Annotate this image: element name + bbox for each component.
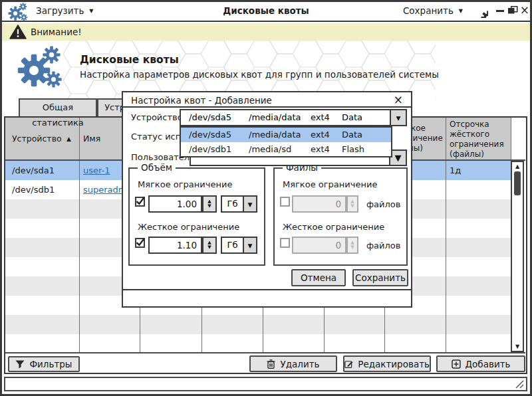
device-dropdown-list: /dev/sda5 /media/data ext4 Data /dev/sdb… [180,126,392,157]
soft-limit-label: Мягкое ограничение [138,179,232,189]
item-device: /dev/sdb1 [189,142,231,157]
settings-gear-icon[interactable] [473,3,488,18]
item-fs: ext4 [311,128,330,142]
edit-label: Редактировать [358,359,430,369]
cell-device: /dev/sdb1 [12,180,55,199]
soft-limit-files-value [293,197,345,211]
chevron-down-icon: ▼ [248,201,253,208]
filters-button[interactable]: Фильтры [8,356,80,372]
save-label: Сохранить [355,272,406,283]
minimize-icon[interactable] [496,10,504,12]
page-title: Дисковые квоты [80,54,179,66]
hard-limit-checkbox[interactable] [135,238,145,248]
cell-name-link[interactable]: user-1 [83,161,110,180]
column-header-name[interactable]: Имя [83,134,100,144]
dropdown-item[interactable]: /dev/sdb1 /media/sd ext4 Flash [181,142,391,157]
quota-settings-dialog: Настройка квот - Добавление × Устройство… [122,91,412,308]
close-icon[interactable]: × [394,94,403,106]
delete-button[interactable]: Удалить [249,355,337,372]
filter-icon [15,360,25,369]
warning-text: Внимание! [31,27,82,37]
scrollbar-thumb[interactable] [514,171,521,195]
volume-group: Объём Мягкое ограничение ▲ ▼ Гб ▼ Жестко… [128,167,265,266]
column-header-delay-files[interactable]: Отсрочка жёсткого ограничения (файлы) [450,120,508,159]
cancel-button[interactable]: Отмена [291,269,346,286]
soft-unit-combo-arrow[interactable]: ▼ [243,195,257,213]
item-mount: /media/sd [249,142,291,157]
soft-limit-files-spin-buttons: ▲ ▼ [346,195,358,213]
soft-limit-files-spinner[interactable] [292,195,346,213]
scroll-down-icon[interactable]: ▼ [512,344,523,349]
hard-unit-combobox[interactable]: Гб [221,237,244,254]
app-window: Загрузить ▼ Дисковые квоты Сохранить ▼ ×… [0,0,532,396]
hard-limit-value[interactable] [150,238,201,252]
device-label: Устройство: [131,112,186,122]
add-plus-icon [452,359,461,369]
combo-mount: /media/data [249,112,301,122]
files-suffix: файлов [366,199,400,209]
item-device: /dev/sda5 [189,128,231,142]
checkmark-icon [136,238,145,247]
close-icon[interactable]: × [520,3,529,17]
warning-triangle-icon [9,25,27,39]
checkmark-icon [136,197,145,205]
add-button[interactable]: Добавить [436,355,525,372]
soft-limit-files-checkbox[interactable] [280,197,290,207]
save-menu-button[interactable]: Сохранить ▼ [403,5,463,16]
column-header-device[interactable]: Устройство [12,134,62,144]
combo-fs: ext4 [311,112,330,122]
dialog-footer-divider [123,289,411,290]
item-label: Flash [342,142,364,157]
cancel-label: Отмена [301,272,336,283]
dialog-title: Настройка квот - Добавление [131,95,272,106]
save-button[interactable]: Сохранить [352,269,408,286]
dropdown-item-selected[interactable]: /dev/sda5 /media/data ext4 Data [181,128,391,142]
hard-unit-combo-arrow[interactable]: ▼ [243,237,257,254]
edit-pencil-icon [344,359,353,369]
combo-volume-label: Data [342,112,362,122]
maximize-icon[interactable] [508,6,518,15]
filters-label: Фильтры [29,359,72,369]
device-combo-arrow[interactable]: ▼ [390,109,407,126]
sort-asc-icon[interactable]: ▲ [66,134,71,144]
hard-limit-files-label: Жесткое ограничение [283,222,384,232]
vertical-scrollbar[interactable]: ▲ ▼ [511,161,524,352]
soft-limit-value[interactable] [150,197,201,211]
column-divider [79,118,80,352]
soft-limit-spin-buttons[interactable]: ▲ ▼ [202,195,217,213]
item-mount: /media/data [249,128,301,142]
hard-limit-files-spin-buttons: ▲ ▼ [346,237,358,254]
cell-device: /dev/sda1 [12,161,55,180]
spin-down-icon: ▼ [350,245,354,250]
device-combobox[interactable]: /dev/sda5 /media/data ext4 Data [180,109,391,126]
edit-button[interactable]: Редактировать [343,355,431,372]
dialog-title-divider [123,106,411,108]
hard-limit-files-value [293,238,345,252]
resize-grip[interactable] [515,380,524,389]
chevron-down-icon: ▼ [248,243,253,249]
chevron-down-icon: ▼ [395,153,402,163]
warning-banner: Внимание! [0,23,532,41]
soft-unit-combobox[interactable]: Гб [221,195,244,213]
cell-delay-files: 1д [450,161,461,180]
tab-general-statistics[interactable]: Общая статистика [19,98,97,116]
gears-illustration-icon [17,46,63,88]
hard-limit-files-spinner[interactable] [292,237,346,254]
spin-down-icon: ▼ [350,204,354,209]
titlebar: Загрузить ▼ Дисковые квоты Сохранить ▼ × [0,0,532,22]
item-label: Data [342,128,362,142]
save-label: Сохранить [403,5,454,16]
hard-limit-spinner[interactable] [148,237,202,254]
scroll-up-icon[interactable]: ▲ [512,163,523,169]
grid-bottom-divider [5,352,525,353]
spin-down-icon: ▼ [207,245,211,250]
hard-limit-spin-buttons[interactable]: ▲ ▼ [202,237,217,254]
soft-limit-spinner[interactable] [148,195,202,213]
delete-label: Удалить [280,359,319,369]
files-group: Файлы Мягкое ограничение ▲ ▼ файлов Жест… [273,167,408,266]
table-row-empty [5,315,511,334]
hard-limit-label: Жесткое ограничение [138,222,239,232]
soft-limit-checkbox[interactable] [135,197,145,207]
hard-limit-files-checkbox[interactable] [280,238,290,248]
status-bar [4,377,527,391]
